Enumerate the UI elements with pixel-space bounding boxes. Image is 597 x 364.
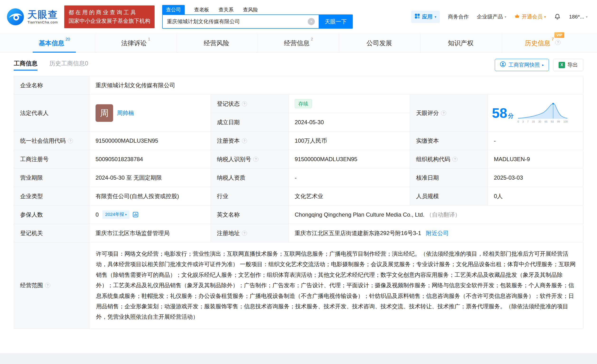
tab-business-info[interactable]: 经营信息2: [258, 34, 339, 52]
clear-search-icon[interactable]: ×: [308, 18, 315, 25]
taxpayer-quality-value: -: [289, 169, 410, 187]
help-icon[interactable]: ?: [253, 157, 259, 162]
reg-status-value: 存续: [289, 94, 410, 113]
field-label-insured: 参保人数: [14, 205, 89, 224]
business-info-table: 企业名称 重庆倾城计划文化传媒有限公司 法定代表人 周 周帅楠 登记状态 ? 存…: [14, 76, 583, 329]
slogan-banner: 都在用的商业查询工具 国家中小企业发展子基金旗下机构: [64, 6, 155, 28]
crown-icon: [514, 13, 520, 20]
notification-bell-icon[interactable]: [554, 13, 561, 20]
nav-account-phone[interactable]: 186*... ▾: [569, 14, 588, 20]
field-label-english-name: 英文名称: [211, 205, 289, 224]
english-name-value: Chongqing Qingcheng Plan Culture Media C…: [289, 205, 583, 224]
nav-business-cooperation[interactable]: 商务合作: [448, 13, 469, 20]
industry-value: 文化艺术业: [289, 187, 410, 205]
help-icon[interactable]: ?: [452, 157, 458, 162]
credit-code-value: 91500000MADLU3EN95: [89, 132, 211, 150]
tab-business-risk[interactable]: 经营风险: [177, 34, 258, 52]
legal-rep-avatar[interactable]: 周: [95, 104, 113, 122]
tianyancha-eye-logo-icon: [6, 8, 25, 26]
field-label-industry: 行业: [211, 187, 289, 205]
field-label-reg-capital: 注册资本 ?: [211, 132, 289, 150]
status-badge: 存续: [295, 99, 312, 108]
field-label-company-type: 企业类型: [14, 187, 89, 205]
table-row: 参保人数 0 2024年报 ▸ 英文名称 Chongqing Qingcheng…: [14, 205, 583, 224]
field-label-taxpayer-id: 纳税人识别号 ?: [211, 150, 289, 168]
tab-intellectual-property[interactable]: 知识产权: [421, 34, 502, 52]
help-icon[interactable]: ?: [242, 231, 247, 236]
subtab-history-business-registration[interactable]: 历史工商信息0: [49, 60, 88, 71]
search-tab-risk[interactable]: 查风险: [243, 5, 258, 15]
chevron-down-icon: ▾: [586, 15, 588, 18]
main-tab-bar: 基本信息20 法律诉讼1 经营风险 经营信息2 公司发展 知识产权: [0, 34, 597, 53]
header: 天眼查 TianYanCha.com 都在用的商业查询工具 国家中小企业发展子基…: [0, 0, 597, 34]
tab-label: 历史信息: [525, 39, 550, 47]
apps-button[interactable]: 应用 ▾: [411, 11, 440, 23]
search-tab-boss[interactable]: 查老板: [194, 5, 209, 15]
chevron-right-icon: ▸: [542, 63, 544, 67]
search-tabs: 查公司 查老板 查关系 查风险: [162, 5, 353, 15]
official-snapshot-button[interactable]: 工商官网快照 ▸: [495, 59, 549, 71]
nearby-companies-link[interactable]: 附近公司: [426, 229, 448, 237]
logo[interactable]: 天眼查 TianYanCha.com: [6, 8, 58, 26]
address-value: 重庆市江北区五里店街道建新东路292号附16号3-1 附近公司: [289, 224, 583, 242]
subtab-business-registration[interactable]: 工商信息: [14, 60, 38, 71]
help-icon[interactable]: ?: [555, 40, 560, 45]
chevron-down-icon: ▾: [435, 15, 436, 18]
tab-legal-proceedings[interactable]: 法律诉讼1: [95, 34, 176, 52]
taxpayer-id-value: 91500000MADLU3EN95: [289, 150, 410, 168]
field-label-address: 注册地址 ?: [211, 224, 289, 242]
table-row: 经营范围 ? 许可项目：网络文化经营；电影发行；营业性演出；互联网直播技术服务；…: [14, 242, 583, 328]
help-icon[interactable]: ?: [441, 110, 446, 116]
tab-basic-info[interactable]: 基本信息20: [14, 34, 95, 52]
score-distribution-chart: 0371530659399100: [518, 102, 568, 124]
annual-report-chart-icon[interactable]: [132, 211, 139, 218]
apps-grid-icon: [415, 14, 420, 20]
tab-count: 2: [311, 37, 313, 42]
registry-value: 重庆市江北区市场监督管理局: [89, 224, 211, 242]
excel-icon: X: [558, 62, 565, 68]
search-input[interactable]: [162, 15, 319, 29]
field-label-reg-number: 工商注册号: [14, 150, 89, 168]
vip-badge: VIP: [554, 32, 564, 38]
business-scope-value: 许可项目：网络文化经营；电影发行；营业性演出；互联网直播技术服务；互联网信息服务…: [89, 242, 583, 328]
tab-count: 7: [552, 37, 554, 42]
chevron-right-icon: ▸: [126, 213, 127, 217]
field-label-company-name: 企业名称: [14, 76, 89, 94]
search-tab-relation[interactable]: 查关系: [219, 5, 234, 15]
chevron-down-icon: ▾: [544, 15, 546, 18]
slogan-line1: 都在用的商业查询工具: [69, 8, 150, 17]
brand-domain: TianYanCha.com: [28, 20, 58, 24]
company-name-value: 重庆倾城计划文化传媒有限公司: [89, 76, 583, 94]
field-label-staff-size: 人员规模: [410, 187, 488, 205]
header-nav: 应用 ▾ 商务合作 企业级产品 ▾ 开通会员 ▾: [411, 11, 588, 23]
field-label-registry: 登记机关: [14, 224, 89, 242]
tab-history-info[interactable]: 历史信息7 ? VIP: [502, 34, 583, 52]
tab-label: 公司发展: [367, 39, 392, 47]
paid-capital-value: -: [488, 132, 583, 150]
score-axis: 0371530659399100: [518, 120, 568, 124]
help-icon[interactable]: ?: [45, 283, 50, 288]
tab-company-development[interactable]: 公司发展: [339, 34, 421, 52]
export-button[interactable]: X 导出: [553, 59, 583, 71]
table-row: 企业名称 重庆倾城计划文化传媒有限公司: [14, 76, 583, 94]
search-button[interactable]: 天眼一下: [319, 15, 353, 29]
chevron-down-icon: ▾: [504, 15, 506, 18]
tab-label: 法律诉讼: [121, 39, 147, 47]
nav-open-membership[interactable]: 开通会员 ▾: [514, 13, 546, 20]
staff-size-value: 0人: [488, 187, 583, 205]
nav-enterprise-products[interactable]: 企业级产品 ▾: [477, 13, 506, 20]
subtab-row: 工商信息 历史工商信息0 工商官网快照 ▸ X 导出: [0, 53, 597, 75]
table-row: 工商注册号 500905018238784 纳税人识别号 ? 91500000M…: [14, 150, 583, 169]
legal-rep-link[interactable]: 周帅楠: [117, 109, 134, 117]
field-label-taxpayer-quality: 纳税人资质: [211, 169, 289, 187]
help-icon[interactable]: ?: [68, 138, 73, 143]
tab-label: 经营风险: [204, 39, 229, 47]
search-tab-company[interactable]: 查公司: [162, 5, 185, 15]
help-icon[interactable]: ?: [242, 138, 247, 143]
business-term-value: 2024-05-30 至 无固定期限: [89, 169, 211, 187]
reg-number-value: 500905018238784: [89, 150, 211, 168]
insured-value: 0 2024年报 ▸: [89, 205, 211, 224]
table-row: 登记机关 重庆市江北区市场监督管理局 注册地址 ? 重庆市江北区五里店街道建新东…: [14, 224, 583, 242]
help-icon[interactable]: ?: [242, 101, 247, 106]
annual-report-badge[interactable]: 2024年报 ▸: [102, 210, 129, 219]
